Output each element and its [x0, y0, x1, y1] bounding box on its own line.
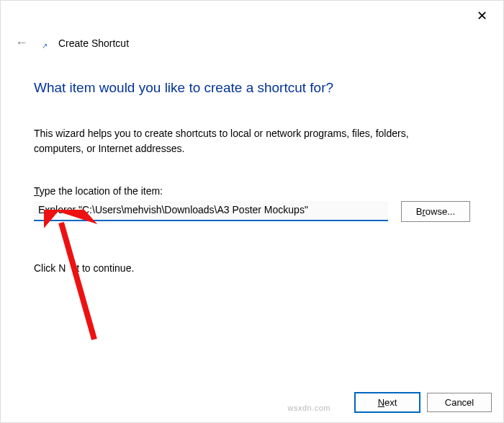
continue-pre: Click N	[34, 262, 66, 274]
cancel-button[interactable]: Cancel	[427, 393, 492, 412]
watermark: wsxdn.com	[287, 404, 330, 412]
back-arrow-icon: ←	[9, 32, 34, 53]
location-row: Browse...	[34, 201, 470, 222]
close-button[interactable]: ✕	[471, 5, 493, 27]
location-label-text: ype the location of the item:	[40, 185, 163, 197]
shortcut-icon: ↗	[40, 41, 50, 51]
next-button[interactable]: Next	[355, 393, 420, 412]
content-area: What item would you like to create a sho…	[34, 80, 470, 274]
browse-post: owse...	[426, 206, 455, 217]
location-label-accel: T	[34, 185, 40, 197]
header: ← ↗ Create Shortcut	[9, 32, 495, 53]
continue-hint: Click Next to continue.	[34, 262, 470, 274]
location-input[interactable]	[34, 201, 388, 221]
wizard-description: This wizard helps you to create shortcut…	[34, 126, 444, 156]
location-label: Type the location of the item:	[34, 185, 470, 197]
page-title: Create Shortcut	[58, 37, 129, 49]
footer: Next Cancel	[355, 393, 492, 412]
continue-post: t to continue.	[76, 262, 134, 274]
next-accel: N	[378, 397, 384, 408]
next-rest: ext	[384, 397, 397, 408]
wizard-heading: What item would you like to create a sho…	[34, 80, 470, 96]
browse-button[interactable]: Browse...	[401, 201, 470, 222]
